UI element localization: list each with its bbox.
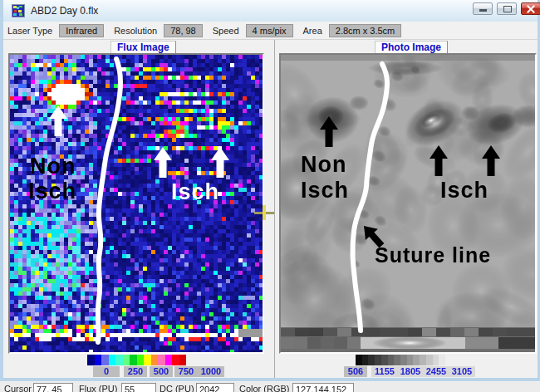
window-title: ABD2 Day 0.flx — [31, 5, 98, 17]
colorbar-step — [179, 355, 187, 365]
flux-pu-value-box: 55 — [121, 383, 156, 392]
photo-tick-1805: 1805 — [397, 366, 424, 377]
colorbar-step — [115, 355, 123, 365]
cursor-label: Cursor — [4, 384, 32, 392]
flux-tick-750: 750 — [174, 366, 198, 377]
app-window: { "window": { "title": "ABD2 Day 0.flx",… — [0, 0, 540, 392]
speed-label: Speed — [213, 26, 239, 36]
speed-value[interactable]: 4 ms/pix — [246, 24, 293, 37]
resolution-label: Resolution — [114, 26, 157, 36]
colorbar-step — [433, 355, 439, 365]
colorbar-step — [356, 355, 362, 365]
flux-tick-1000: 1000 — [198, 366, 224, 377]
colorbar-step — [151, 355, 159, 365]
area-label: Area — [303, 26, 322, 36]
flux-tick-500: 500 — [150, 366, 173, 377]
flux-tick-250: 250 — [124, 366, 147, 377]
colorbar-step — [394, 355, 400, 365]
photo-tick-3105: 3105 — [449, 366, 475, 377]
colorbar-step — [426, 355, 433, 365]
colorbar-step — [165, 355, 173, 365]
colorbar-step — [413, 355, 420, 365]
flux-tick-0: 0 — [93, 366, 120, 377]
resolution-value[interactable]: 78, 98 — [164, 24, 203, 37]
close-button[interactable] — [521, 2, 540, 15]
cursor-value-box: 77, 45 — [33, 383, 73, 392]
dc-pu-label: DC (PU) — [160, 384, 194, 392]
flux-colorbar[interactable] — [87, 355, 186, 365]
colorbar-step — [172, 355, 179, 365]
colorbar-step — [144, 355, 151, 365]
minimize-button[interactable] — [473, 2, 493, 15]
colorbar-step — [375, 355, 381, 365]
panel-divider — [274, 40, 275, 378]
colorbar-step — [362, 355, 369, 365]
maximize-button[interactable] — [497, 2, 517, 15]
color-rgb-label: Color (RGB) — [239, 384, 290, 392]
photo-tick-506: 506 — [344, 366, 367, 377]
flux-pu-label: Flux (PU) — [79, 384, 117, 392]
laser-type-label: Laser Type — [7, 26, 52, 36]
colorbar-step — [87, 355, 95, 365]
colorbar-step — [123, 355, 130, 365]
flux-image-canvas[interactable] — [10, 55, 263, 352]
color-rgb-value-box: 127,144,152 — [292, 383, 354, 392]
window-frame-bottom — [0, 378, 540, 381]
colorbar-step — [101, 355, 109, 365]
colorbar-step — [388, 355, 395, 365]
colorbar-step — [109, 355, 116, 365]
colorbar-step — [407, 355, 414, 365]
photo-image-canvas[interactable] — [281, 55, 535, 352]
colorbar-step — [439, 355, 445, 365]
toolbar: Laser Type Infrared Resolution 78, 98 Sp… — [3, 22, 538, 40]
colorbar-step — [420, 355, 426, 365]
colorbar-step — [368, 355, 375, 365]
title-bar[interactable]: ABD2 Day 0.flx — [3, 0, 538, 22]
window-frame-left — [0, 0, 3, 381]
dc-pu-value-box: 2042 — [196, 383, 234, 392]
colorbar-step — [400, 355, 407, 365]
laser-type-value[interactable]: Infrared — [59, 24, 104, 37]
colorbar-step — [381, 355, 388, 365]
photo-tick-2455: 2455 — [423, 366, 449, 377]
area-value[interactable]: 2.8cm x 3.5cm — [329, 24, 402, 37]
photo-colorbar[interactable] — [356, 355, 445, 365]
colorbar-step — [130, 355, 137, 365]
photo-image-panel: Non Isch Isch Suture line — [279, 53, 537, 354]
status-bar: Cursor 77, 45 Flux (PU) 55 DC (PU) 2042 … — [0, 382, 540, 392]
colorbar-step — [158, 355, 165, 365]
colorbar-step — [95, 355, 102, 365]
flux-image-panel: Non Isch Isch — [8, 53, 264, 354]
flux-document-icon — [12, 4, 25, 17]
colorbar-step — [137, 355, 145, 365]
photo-tick-1155: 1155 — [371, 366, 398, 377]
